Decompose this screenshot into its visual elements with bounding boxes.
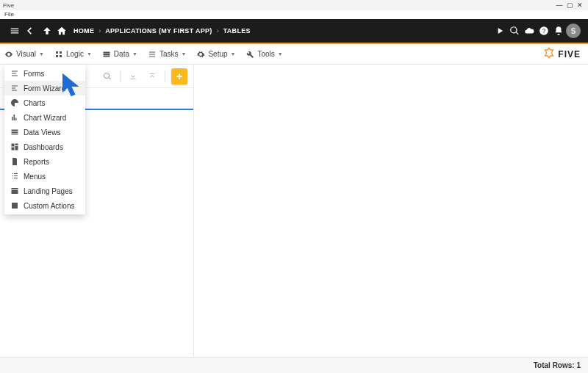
user-avatar[interactable]: S [566,23,581,38]
forms-icon [10,69,19,78]
panel-divider [165,70,165,82]
dropdown-item-reports[interactable]: Reports [4,154,85,169]
dropdown-item-label: Custom Actions [24,202,74,210]
dropdown-item-charts[interactable]: Charts [4,95,85,110]
nav-bar: HOME › APPLICATIONS (MY FIRST APP) › TAB… [0,19,588,43]
breadcrumb-applications[interactable]: APPLICATIONS (MY FIRST APP) [101,27,216,35]
status-footer: Total Rows: 1 [0,357,588,373]
dropdown-item-label: Landing Pages [24,187,73,195]
window-maximize-button[interactable]: ▢ [564,1,575,9]
toolbar-visual-label: Visual [16,50,36,58]
menu-file[interactable]: File [4,11,14,18]
toolbar-tasks[interactable]: Tasks▼ [148,50,187,59]
data-views-icon [10,128,19,137]
toolbar-visual[interactable]: Visual▼ [4,50,44,59]
gear-icon [196,50,205,59]
nav-up-icon[interactable] [40,26,54,36]
toolbar-data[interactable]: Data▼ [102,50,137,59]
dropdown-item-label: Dashboards [24,143,63,151]
top-toolbar: Visual▼ Logic▼ Data▼ Tasks▼ Setup▼ Tools… [0,44,588,65]
total-rows-value: 1 [576,361,581,369]
panel-import-icon[interactable] [126,70,140,83]
bell-icon[interactable] [551,26,566,36]
dropdown-item-forms[interactable]: Forms [4,66,85,81]
window-minimize-button[interactable]: — [554,1,564,9]
dropdown-item-menus[interactable]: Menus [4,169,85,184]
dropdown-item-label: Forms [24,70,44,78]
toolbar-tasks-label: Tasks [159,50,179,58]
home-icon[interactable] [54,26,69,36]
toolbar-tools-label: Tools [257,50,274,58]
dropdown-item-data-views[interactable]: Data Views [4,125,85,140]
data-icon [102,50,111,59]
dropdown-item-label: Chart Wizard [24,114,66,122]
tools-icon [245,50,254,59]
breadcrumb-tables[interactable]: TABLES [219,27,255,35]
breadcrumb-home[interactable]: HOME [69,27,98,35]
dropdown-item-chart-wizard[interactable]: Chart Wizard [4,110,85,125]
hamburger-icon[interactable] [7,26,22,36]
reports-icon [10,157,19,166]
brand-text: FIVE [558,49,581,59]
panel-divider [120,70,121,82]
charts-icon [10,98,19,107]
logic-icon [54,50,63,59]
dropdown-item-label: Menus [24,173,46,181]
svg-text:?: ? [542,28,546,35]
toolbar-setup[interactable]: Setup▼ [196,50,235,59]
total-rows-label: Total Rows: [534,361,575,369]
landing-pages-icon [10,186,19,195]
chart-wizard-icon [10,113,19,122]
brand-logo: FIVE [543,47,581,62]
dropdown-item-landing-pages[interactable]: Landing Pages [4,184,85,198]
dropdown-item-label: Form Wizard [24,84,65,93]
window-title: Five [3,2,14,9]
run-icon[interactable] [492,26,507,36]
tasks-icon [148,50,157,59]
toolbar-setup-label: Setup [208,50,227,58]
toolbar-tools[interactable]: Tools▼ [245,50,282,59]
window-close-button[interactable]: ✕ [575,1,585,9]
content-area: + [0,65,588,357]
help-icon[interactable]: ? [537,26,551,36]
os-title-bar: Five — ▢ ✕ [0,0,588,10]
panel-search-icon[interactable] [101,70,114,83]
dropdown-item-label: Charts [24,99,45,107]
dropdown-item-label: Data Views [24,128,60,137]
nav-back-icon[interactable] [22,26,37,36]
app-menu-bar: File [0,10,588,19]
custom-actions-icon [10,201,19,210]
brand-icon [543,47,555,62]
menus-icon [10,172,19,181]
search-icon[interactable] [507,26,522,36]
eye-icon [4,50,13,59]
add-button[interactable]: + [171,68,187,84]
visual-dropdown: Forms Form Wizard Charts Chart Wizard Da… [4,65,85,214]
dropdown-item-custom-actions[interactable]: Custom Actions [4,198,85,213]
dropdown-item-label: Reports [24,158,49,166]
dashboards-icon [10,142,19,151]
dropdown-item-form-wizard[interactable]: Form Wizard [4,81,85,95]
toolbar-logic-label: Logic [66,50,84,58]
panel-export-icon[interactable] [146,70,159,83]
form-wizard-icon [10,84,19,93]
toolbar-logic[interactable]: Logic▼ [54,50,92,59]
toolbar-data-label: Data [114,50,129,58]
dropdown-item-dashboards[interactable]: Dashboards [4,140,85,154]
cloud-icon[interactable] [522,26,537,36]
main-panel [194,65,588,357]
